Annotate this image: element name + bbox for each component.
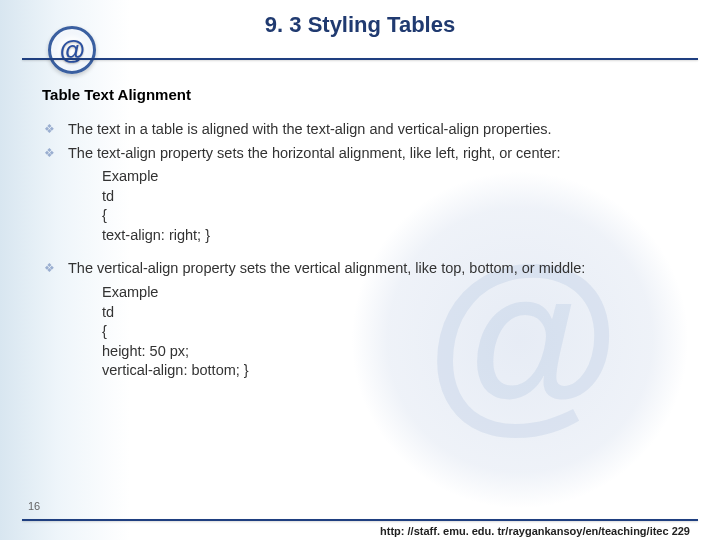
code-line: { (42, 206, 678, 226)
footer-url: http: //staff. emu. edu. tr/raygankansoy… (380, 525, 690, 537)
code-line: td (42, 187, 678, 207)
divider-top (22, 58, 698, 60)
code-line: Example (42, 167, 678, 187)
bullet-item: The vertical-align property sets the ver… (42, 259, 678, 279)
code-line: height: 50 px; (42, 342, 678, 362)
content-area: The text in a table is aligned with the … (42, 120, 678, 381)
slide: @ @ 9. 3 Styling Tables Table Text Align… (0, 0, 720, 540)
slide-title: 9. 3 Styling Tables (0, 12, 720, 38)
bullet-item: The text in a table is aligned with the … (42, 120, 678, 140)
slide-number: 16 (28, 500, 40, 512)
code-line: td (42, 303, 678, 323)
code-line: Example (42, 283, 678, 303)
code-line: vertical-align: bottom; } (42, 361, 678, 381)
code-line: text-align: right; } (42, 226, 678, 246)
divider-bottom (22, 519, 698, 521)
bullet-item: The text-align property sets the horizon… (42, 144, 678, 164)
code-line: { (42, 322, 678, 342)
section-heading: Table Text Alignment (42, 86, 191, 103)
